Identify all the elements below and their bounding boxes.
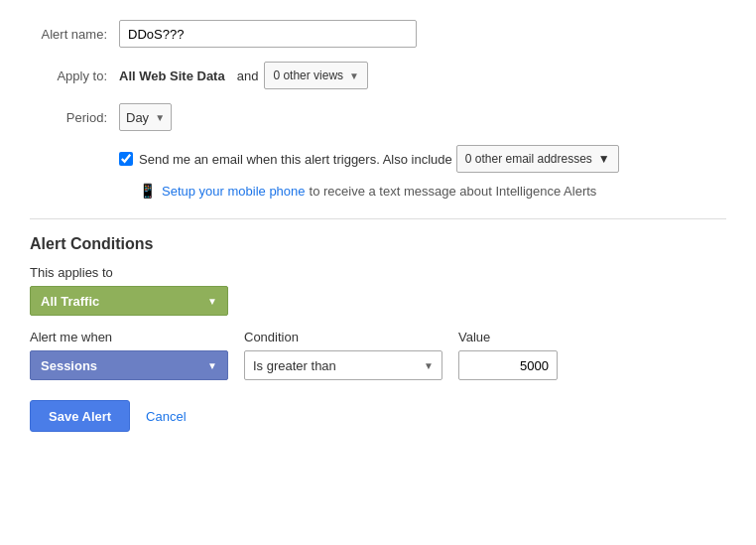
period-arrow-icon: ▼ — [155, 112, 165, 123]
condition-arrow-icon: ▼ — [424, 360, 434, 371]
traffic-dropdown[interactable]: All Traffic ▼ — [30, 286, 228, 316]
sessions-dropdown-value: Sessions — [41, 358, 97, 373]
email-checkbox-label[interactable]: Send me an email when this alert trigger… — [119, 152, 452, 167]
condition-dropdown-value: Is greater than — [253, 358, 336, 373]
other-emails-label: 0 other email addresses — [465, 152, 592, 166]
alert-name-input[interactable] — [119, 20, 417, 48]
actions-row: Save Alert Cancel — [30, 400, 726, 432]
other-views-arrow-icon: ▼ — [349, 70, 359, 81]
apply-to-label: Apply to: — [30, 68, 119, 83]
other-emails-dropdown[interactable]: 0 other email addresses ▼ — [456, 145, 619, 173]
conditions-row: Alert me when Sessions ▼ Condition Is gr… — [30, 330, 726, 380]
mobile-row: 📱 Setup your mobile phone to receive a t… — [139, 183, 726, 199]
value-input[interactable] — [458, 350, 558, 380]
save-alert-button[interactable]: Save Alert — [30, 400, 130, 432]
period-label: Period: — [30, 110, 119, 125]
alert-name-label: Alert name: — [30, 27, 119, 42]
mobile-rest-text: to receive a text message about Intellig… — [310, 184, 597, 199]
period-value: Day — [126, 110, 149, 125]
condition-dropdown[interactable]: Is greater than ▼ — [244, 350, 442, 380]
alert-me-when-label: Alert me when — [30, 330, 228, 344]
mobile-icon: 📱 — [139, 183, 156, 199]
this-applies-label: This applies to — [30, 265, 726, 280]
setup-mobile-link[interactable]: Setup your mobile phone — [162, 184, 306, 199]
other-emails-arrow-icon: ▼ — [598, 152, 610, 166]
condition-col: Condition Is greater than ▼ — [244, 330, 442, 380]
apply-to-and: and — [237, 68, 259, 83]
period-dropdown[interactable]: Day ▼ — [119, 103, 172, 131]
cancel-link[interactable]: Cancel — [146, 409, 186, 424]
alert-me-when-col: Alert me when Sessions ▼ — [30, 330, 228, 380]
sessions-arrow-icon: ▼ — [207, 360, 217, 371]
apply-to-site: All Web Site Data — [119, 68, 225, 83]
other-views-label: 0 other views — [273, 68, 343, 82]
other-views-dropdown[interactable]: 0 other views ▼ — [264, 62, 368, 89]
email-checkbox[interactable] — [119, 152, 133, 166]
alert-conditions-title: Alert Conditions — [30, 235, 726, 253]
traffic-arrow-icon: ▼ — [207, 296, 217, 307]
condition-label: Condition — [244, 330, 442, 344]
sessions-dropdown[interactable]: Sessions ▼ — [30, 350, 228, 380]
traffic-dropdown-value: All Traffic — [41, 294, 99, 309]
email-send-text: Send me an email when this alert trigger… — [139, 152, 452, 167]
alert-conditions-section: Alert Conditions This applies to All Tra… — [30, 235, 726, 380]
value-label: Value — [458, 330, 558, 344]
section-divider — [30, 218, 726, 219]
value-col: Value — [458, 330, 558, 380]
